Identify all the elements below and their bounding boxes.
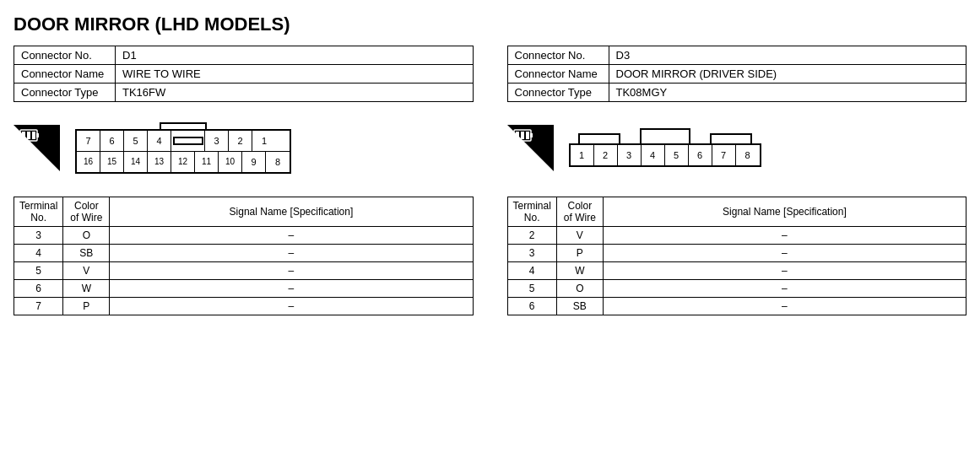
terminal-no: 3: [507, 245, 556, 262]
terminal-no: 5: [507, 280, 556, 298]
pin-cell: 8: [266, 152, 290, 172]
table-row: 4 W –: [507, 262, 966, 280]
signal-name: –: [603, 227, 966, 245]
signal-name: –: [603, 298, 966, 315]
pin-cell: 8: [736, 145, 760, 165]
d1-connector-diagram: 7 6 5 4 3 2 1 16: [75, 122, 291, 174]
svg-rect-4: [32, 132, 35, 139]
left-connector-area: H.S. 7 6 5 4: [14, 114, 474, 181]
connector-type-value: TK08MGY: [609, 84, 966, 102]
table-header-row: TerminalNo. Colorof Wire Signal Name [Sp…: [14, 197, 474, 227]
table-row: Connector Name DOOR MIRROR (DRIVER SIDE): [507, 65, 966, 84]
pin-cell: 1: [571, 145, 594, 165]
d3-connector-diagram: 1 2 3 4 5 6 7 8: [569, 128, 761, 167]
left-info-table: Connector No. D1 Connector Name WIRE TO …: [14, 46, 474, 102]
pin-notch: [171, 131, 205, 151]
color-of-wire: P: [63, 298, 110, 315]
hs-badge-right: H.S.: [507, 125, 554, 171]
table-row: 6 SB –: [507, 298, 966, 315]
table-row: 4 SB –: [14, 245, 474, 262]
terminal-no: 4: [14, 245, 63, 262]
connector-type-label: Connector Type: [507, 84, 609, 102]
connector-no-value: D1: [116, 46, 474, 65]
table-row: 3 P –: [507, 245, 966, 262]
table-row: Connector Type TK08MGY: [507, 84, 966, 102]
color-of-wire: V: [63, 262, 110, 280]
signal-name: –: [110, 280, 473, 298]
connector-no-label: Connector No.: [507, 46, 609, 65]
svg-rect-12: [526, 132, 529, 139]
pin-cell: 5: [124, 131, 148, 151]
connector-name-value: WIRE TO WIRE: [116, 65, 474, 84]
pin-cell: 2: [594, 145, 618, 165]
table-row: 5 V –: [14, 262, 474, 280]
signal-name: –: [110, 245, 473, 262]
table-row: 5 O –: [507, 280, 966, 298]
pin-cell: 6: [689, 145, 712, 165]
hs-badge-left: H.S.: [14, 125, 60, 171]
pin-cell: 10: [219, 152, 242, 172]
svg-rect-6: [36, 133, 39, 137]
svg-rect-14: [530, 133, 533, 137]
svg-text:H.S.: H.S.: [511, 158, 530, 170]
d3-pin-row: 1 2 3 4 5 6 7 8: [569, 143, 761, 167]
header-signal: Signal Name [Specification]: [110, 197, 473, 227]
terminal-no: 5: [14, 262, 63, 280]
color-of-wire: O: [63, 227, 110, 245]
pin-cell: 15: [100, 152, 124, 172]
svg-rect-5: [19, 133, 21, 137]
pin-cell: 9: [242, 152, 266, 172]
pin-cell: 5: [665, 145, 689, 165]
pin-cell: 3: [618, 145, 642, 165]
table-row: 3 O –: [14, 227, 474, 245]
header-terminal: TerminalNo.: [507, 197, 556, 227]
pin-cell: 6: [100, 131, 124, 151]
right-signal-table: TerminalNo. Colorof Wire Signal Name [Sp…: [507, 197, 967, 315]
terminal-no: 2: [507, 227, 556, 245]
pin-cell: 14: [124, 152, 148, 172]
terminal-no: 6: [14, 280, 63, 298]
pin-cell: 11: [195, 152, 219, 172]
pin-cell: 7: [77, 131, 100, 151]
table-row: 7 P –: [14, 298, 474, 315]
header-terminal: TerminalNo.: [14, 197, 63, 227]
terminal-no: 7: [14, 298, 63, 315]
left-signal-table: TerminalNo. Colorof Wire Signal Name [Sp…: [14, 197, 474, 315]
table-header-row: TerminalNo. Colorof Wire Signal Name [Sp…: [507, 197, 966, 227]
pin-cell: 2: [229, 131, 252, 151]
right-info-table: Connector No. D3 Connector Name DOOR MIR…: [507, 46, 967, 102]
table-row: Connector Type TK16FW: [14, 84, 474, 102]
connector-no-value: D3: [609, 46, 966, 65]
terminal-no: 4: [507, 262, 556, 280]
color-of-wire: SB: [63, 245, 110, 262]
color-of-wire: V: [556, 227, 603, 245]
color-of-wire: P: [556, 245, 603, 262]
table-row: Connector No. D1: [14, 46, 474, 65]
terminal-no: 3: [14, 227, 63, 245]
pin-cell: 13: [148, 152, 171, 172]
signal-name: –: [603, 245, 966, 262]
color-of-wire: W: [556, 262, 603, 280]
signal-name: –: [110, 298, 473, 315]
left-section: Connector No. D1 Connector Name WIRE TO …: [14, 46, 474, 315]
right-connector-area: H.S. 1 2 3 4 5 6 7: [507, 114, 967, 181]
signal-name: –: [603, 262, 966, 280]
signal-name: –: [110, 227, 473, 245]
color-of-wire: W: [63, 280, 110, 298]
svg-rect-2: [22, 132, 25, 139]
pin-cell: 1: [252, 131, 276, 151]
terminal-no: 6: [507, 298, 556, 315]
table-row: Connector No. D3: [507, 46, 966, 65]
pin-cell: 3: [205, 131, 229, 151]
pin-cell: 7: [712, 145, 736, 165]
pin-cell: 4: [642, 145, 665, 165]
header-color: Colorof Wire: [556, 197, 603, 227]
signal-name: –: [603, 280, 966, 298]
table-row: Connector Name WIRE TO WIRE: [14, 65, 474, 84]
page-title: DOOR MIRROR (LHD MODELS): [14, 13, 966, 35]
pin-cell: 16: [77, 152, 100, 172]
svg-rect-3: [27, 132, 30, 139]
table-row: 2 V –: [507, 227, 966, 245]
table-row: 6 W –: [14, 280, 474, 298]
header-signal: Signal Name [Specification]: [603, 197, 966, 227]
